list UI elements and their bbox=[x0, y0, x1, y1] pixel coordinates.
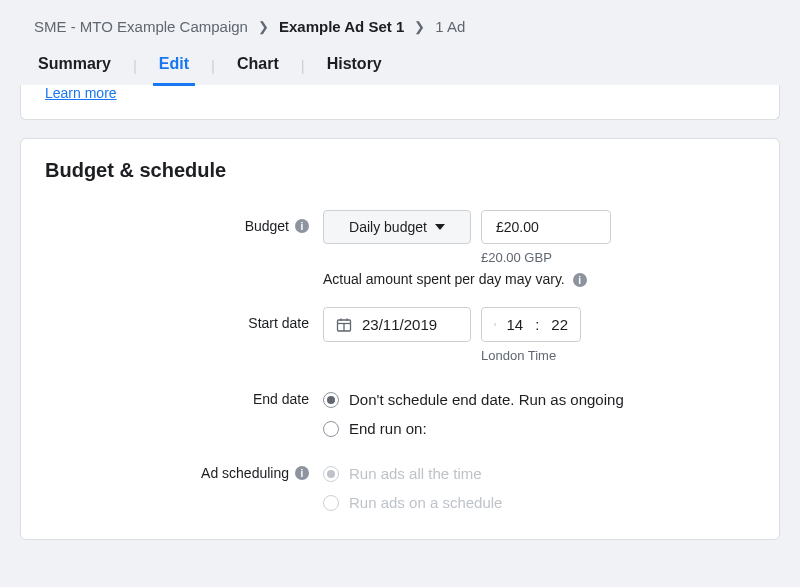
end-runon-option[interactable]: End run on: bbox=[323, 420, 755, 437]
breadcrumb-campaign[interactable]: SME - MTO Example Campaign bbox=[34, 18, 248, 35]
caret-down-icon bbox=[435, 224, 445, 230]
start-date-input[interactable]: 23/11/2019 bbox=[323, 307, 471, 342]
tab-history[interactable]: History bbox=[323, 45, 386, 85]
note-text: Actual amount spent per day may vary. bbox=[323, 271, 565, 287]
radio-label: End run on: bbox=[349, 420, 427, 437]
label-text: Start date bbox=[248, 315, 309, 331]
breadcrumb-ad[interactable]: 1 Ad bbox=[435, 18, 465, 35]
tab-chart[interactable]: Chart bbox=[233, 45, 283, 85]
tab-summary[interactable]: Summary bbox=[34, 45, 115, 85]
end-ongoing-option[interactable]: Don't schedule end date. Run as ongoing bbox=[323, 391, 755, 408]
end-date-label: End date bbox=[45, 383, 323, 407]
breadcrumb: SME - MTO Example Campaign ❯ Example Ad … bbox=[20, 0, 780, 45]
time-minute: 22 bbox=[551, 316, 568, 333]
radio-icon bbox=[323, 392, 339, 408]
sched-schedule-option: Run ads on a schedule bbox=[323, 494, 755, 511]
label-text: Budget bbox=[245, 218, 289, 234]
divider: | bbox=[301, 57, 305, 74]
info-icon[interactable]: i bbox=[573, 273, 587, 287]
tabs: Summary | Edit | Chart | History bbox=[20, 45, 780, 86]
budget-note: Actual amount spent per day may vary. i bbox=[323, 271, 755, 287]
radio-label: Run ads on a schedule bbox=[349, 494, 502, 511]
divider: | bbox=[211, 57, 215, 74]
tab-edit[interactable]: Edit bbox=[155, 45, 193, 85]
radio-label: Run ads all the time bbox=[349, 465, 482, 482]
radio-icon bbox=[323, 421, 339, 437]
radio-icon bbox=[323, 495, 339, 511]
budget-converted: £20.00 GBP bbox=[481, 250, 755, 265]
budget-amount-input[interactable] bbox=[481, 210, 611, 244]
chevron-right-icon: ❯ bbox=[258, 19, 269, 34]
ad-scheduling-row: Ad scheduling i Run ads all the time Run… bbox=[45, 457, 755, 511]
ad-scheduling-label: Ad scheduling i bbox=[45, 457, 323, 481]
budget-label: Budget i bbox=[45, 210, 323, 234]
top-card: Learn more bbox=[20, 85, 780, 120]
time-colon: : bbox=[535, 316, 539, 333]
info-icon[interactable]: i bbox=[295, 466, 309, 480]
time-hour: 14 bbox=[506, 316, 523, 333]
budget-row: Budget i Daily budget £20.00 GBP Actual … bbox=[45, 210, 755, 287]
section-title: Budget & schedule bbox=[45, 159, 755, 182]
radio-label: Don't schedule end date. Run as ongoing bbox=[349, 391, 624, 408]
budget-type-dropdown[interactable]: Daily budget bbox=[323, 210, 471, 244]
sched-all-option: Run ads all the time bbox=[323, 465, 755, 482]
chevron-right-icon: ❯ bbox=[414, 19, 425, 34]
start-date-label: Start date bbox=[45, 307, 323, 331]
info-icon[interactable]: i bbox=[295, 219, 309, 233]
breadcrumb-adset[interactable]: Example Ad Set 1 bbox=[279, 18, 404, 35]
date-value: 23/11/2019 bbox=[362, 316, 437, 333]
label-text: Ad scheduling bbox=[201, 465, 289, 481]
divider: | bbox=[133, 57, 137, 74]
label-text: End date bbox=[253, 391, 309, 407]
radio-icon bbox=[323, 466, 339, 482]
start-date-row: Start date 23/11/2019 bbox=[45, 307, 755, 363]
learn-more-link[interactable]: Learn more bbox=[45, 85, 117, 101]
budget-schedule-card: Budget & schedule Budget i Daily budget … bbox=[20, 138, 780, 540]
end-date-row: End date Don't schedule end date. Run as… bbox=[45, 383, 755, 437]
calendar-icon bbox=[336, 317, 352, 333]
start-time-input[interactable]: 14:22 bbox=[481, 307, 581, 342]
timezone-label: London Time bbox=[481, 348, 755, 363]
clock-icon bbox=[494, 317, 496, 332]
dropdown-label: Daily budget bbox=[349, 219, 427, 235]
